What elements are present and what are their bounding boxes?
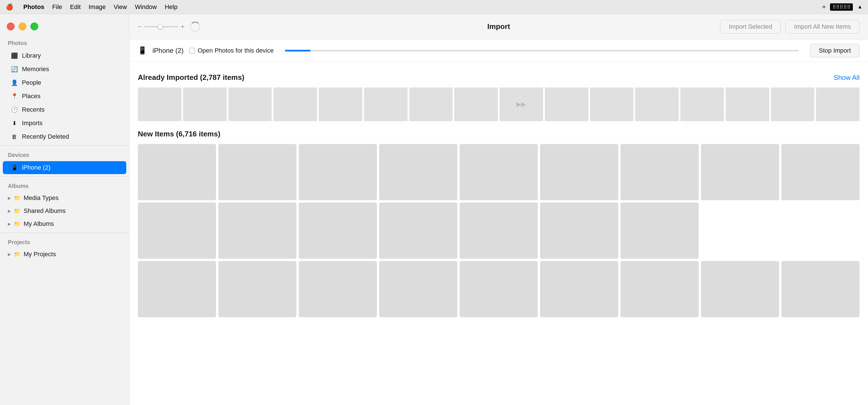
already-imported-thumb-10[interactable] <box>590 88 634 121</box>
new-item-3-2[interactable] <box>218 261 297 317</box>
zoom-in-button[interactable]: + <box>181 23 185 30</box>
sidebar-recents-label: Recents <box>22 106 45 113</box>
new-item-1-3[interactable] <box>299 144 377 200</box>
new-item-2-7[interactable] <box>620 202 699 259</box>
sidebar-item-media-types[interactable]: ▶ 📁 Media Types <box>0 191 129 205</box>
device-phone-icon: 📱 <box>138 46 147 55</box>
sidebar-item-my-projects[interactable]: ▶ 📁 My Projects <box>0 248 129 261</box>
already-imported-thumb-12[interactable] <box>680 88 724 121</box>
imports-icon: ⬇ <box>11 120 18 127</box>
new-item-1-7[interactable] <box>620 144 699 200</box>
new-item-1-9[interactable] <box>781 144 860 200</box>
new-item-2-1[interactable] <box>138 202 216 259</box>
wifi-icon: ▲ <box>857 4 862 10</box>
sidebar-iphone-label: iPhone (2) <box>22 164 51 171</box>
new-item-2-5[interactable] <box>460 202 538 259</box>
sidebar-item-imports[interactable]: ⬇ Imports <box>3 117 126 130</box>
menubar-help[interactable]: Help <box>165 3 178 11</box>
menubar-edit[interactable]: Edit <box>70 3 81 11</box>
people-icon: 👤 <box>11 79 18 86</box>
maximize-button[interactable] <box>30 23 38 30</box>
new-items-row-2 <box>138 202 860 259</box>
new-item-3-1[interactable] <box>138 261 216 317</box>
sidebar-item-library[interactable]: ⬛ Library <box>3 49 126 62</box>
new-item-2-2[interactable] <box>218 202 297 259</box>
projects-section-header: Projects <box>0 235 129 248</box>
new-item-3-6[interactable] <box>540 261 618 317</box>
already-imported-thumb-5[interactable] <box>319 88 362 121</box>
memories-icon: 🔄 <box>11 66 18 72</box>
sidebar-my-albums-label: My Albums <box>24 220 54 227</box>
new-item-1-8[interactable] <box>701 144 779 200</box>
zoom-controls: − + <box>138 23 185 30</box>
already-imported-thumb-1[interactable] <box>138 88 181 121</box>
already-imported-thumb-13[interactable] <box>726 88 769 121</box>
folder-media-types-icon: 📁 <box>14 195 21 201</box>
menubar-view[interactable]: View <box>114 3 127 11</box>
photos-section-header: Photos <box>0 36 129 49</box>
loading-spinner <box>190 22 200 32</box>
new-item-2-4[interactable] <box>379 202 457 259</box>
sidebar-item-memories[interactable]: 🔄 Memories <box>3 63 126 76</box>
show-all-link[interactable]: Show All <box>834 74 860 82</box>
already-imported-thumb-7[interactable] <box>409 88 453 121</box>
already-imported-thumb-11[interactable] <box>635 88 679 121</box>
device-bar: 📱 iPhone (2) Open Photos for this device… <box>129 39 868 62</box>
iphone-icon: 📱 <box>11 164 18 171</box>
menubar: 🍎 Photos File Edit Image View Window Hel… <box>0 0 868 14</box>
already-imported-thumb-15[interactable] <box>816 88 860 121</box>
already-imported-thumb-9[interactable] <box>545 88 588 121</box>
sidebar-item-recents[interactable]: 🕐 Recents <box>3 103 126 116</box>
sidebar-divider-3 <box>0 232 129 233</box>
new-item-1-1[interactable] <box>138 144 216 200</box>
zoom-slider[interactable] <box>144 26 178 27</box>
albums-section-header: Albums <box>0 179 129 191</box>
new-item-1-5[interactable] <box>460 144 538 200</box>
new-item-3-4[interactable] <box>379 261 457 317</box>
new-item-1-2[interactable] <box>218 144 297 200</box>
import-all-button[interactable]: Import All New Items <box>785 20 860 33</box>
sidebar-memories-label: Memories <box>22 65 49 73</box>
new-item-3-7[interactable] <box>620 261 699 317</box>
stop-import-button[interactable]: Stop Import <box>810 44 860 57</box>
sidebar-item-my-albums[interactable]: ▶ 📁 My Albums <box>0 217 129 230</box>
already-imported-thumb-4[interactable] <box>273 88 317 121</box>
new-item-1-6[interactable] <box>540 144 618 200</box>
apple-menu-icon[interactable]: 🍎 <box>6 3 13 11</box>
toolbar: − + Import Import Selected Import All Ne… <box>129 14 868 39</box>
menubar-file[interactable]: File <box>52 3 62 11</box>
sidebar-item-shared-albums[interactable]: ▶ 📁 Shared Albums <box>0 205 129 217</box>
zoom-slider-thumb[interactable] <box>158 24 163 29</box>
menubar-image[interactable]: Image <box>89 3 106 11</box>
new-item-2-3[interactable] <box>299 202 377 259</box>
import-selected-button[interactable]: Import Selected <box>720 20 781 33</box>
sidebar-media-types-label: Media Types <box>24 194 59 201</box>
content-area[interactable]: Already Imported (2,787 items) Show All … <box>129 62 868 405</box>
new-item-3-8[interactable] <box>701 261 779 317</box>
menubar-window[interactable]: Window <box>135 3 157 11</box>
import-progress-bar <box>285 50 799 52</box>
new-item-3-9[interactable] <box>781 261 860 317</box>
sidebar-item-places[interactable]: 📍 Places <box>3 90 126 103</box>
minimize-button[interactable] <box>19 23 26 30</box>
zoom-out-button[interactable]: − <box>138 23 142 30</box>
already-imported-thumb-3[interactable] <box>228 88 272 121</box>
new-item-3-5[interactable] <box>460 261 538 317</box>
open-photos-label[interactable]: Open Photos for this device <box>189 47 274 54</box>
sidebar-item-people[interactable]: 👤 People <box>3 76 126 89</box>
new-item-2-6[interactable] <box>540 202 618 259</box>
sidebar-item-iphone[interactable]: 📱 iPhone (2) <box>3 161 126 174</box>
already-imported-thumb-8[interactable] <box>454 88 498 121</box>
library-icon: ⬛ <box>11 52 18 59</box>
sidebar-item-recently-deleted[interactable]: 🗑 Recently Deleted <box>3 130 126 143</box>
already-imported-thumb-2[interactable] <box>183 88 227 121</box>
close-button[interactable] <box>7 23 14 30</box>
already-imported-thumb-14[interactable] <box>771 88 814 121</box>
already-imported-thumb-6[interactable] <box>364 88 408 121</box>
menubar-photos[interactable]: Photos <box>23 3 44 11</box>
already-imported-video-thumb[interactable]: ▶▶ <box>499 88 543 121</box>
folder-projects-icon: 📁 <box>14 251 21 258</box>
new-item-1-4[interactable] <box>379 144 457 200</box>
open-photos-checkbox[interactable] <box>189 48 195 54</box>
new-item-3-3[interactable] <box>299 261 377 317</box>
